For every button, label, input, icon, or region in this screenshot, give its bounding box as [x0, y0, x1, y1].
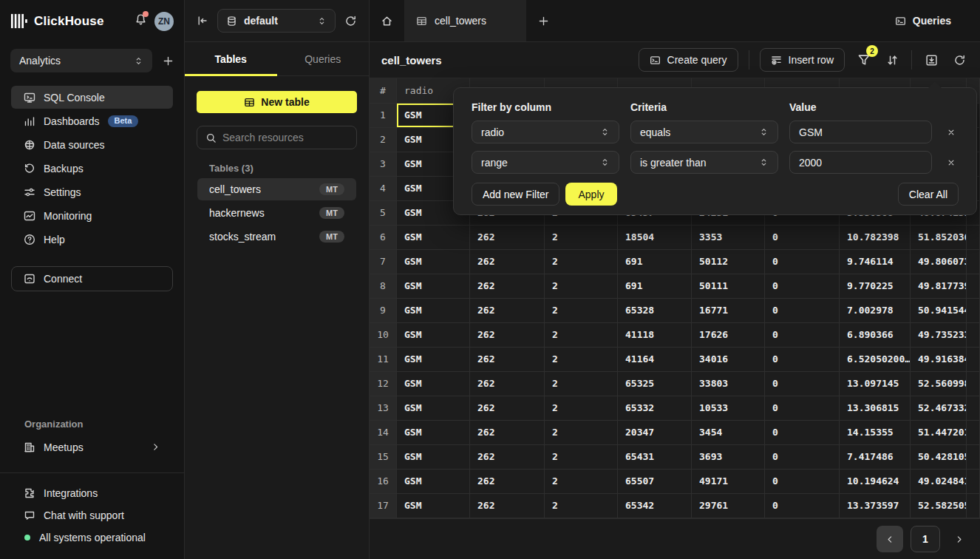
- table-cell[interactable]: 52.4673325: [911, 396, 967, 421]
- table-cell[interactable]: 262: [470, 226, 545, 250]
- filter-value-input[interactable]: [789, 151, 932, 174]
- table-cell[interactable]: 2: [545, 494, 618, 518]
- new-table-button[interactable]: New table: [197, 91, 357, 113]
- insert-row-button[interactable]: Insert row: [760, 48, 845, 72]
- table-cell[interactable]: 49.817739: [911, 274, 967, 299]
- notifications-bell-icon[interactable]: [135, 13, 147, 29]
- row-number[interactable]: 1: [370, 104, 397, 128]
- table-cell[interactable]: 262: [470, 396, 545, 421]
- table-cell[interactable]: GSM: [397, 372, 470, 396]
- filter-column-select[interactable]: radio: [472, 121, 619, 143]
- sidebar-item-chat-with-support[interactable]: Chat with support: [11, 504, 173, 526]
- table-cell[interactable]: 262: [470, 299, 545, 323]
- table-cell[interactable]: 262: [470, 274, 545, 299]
- table-cell[interactable]: 0: [765, 274, 840, 299]
- table-cell[interactable]: 2: [545, 250, 618, 274]
- table-cell[interactable]: 49.735233: [911, 323, 967, 348]
- table-cell[interactable]: GSM: [397, 445, 470, 470]
- table-cell[interactable]: 13.306815: [840, 396, 911, 421]
- row-number[interactable]: 8: [370, 274, 397, 299]
- table-cell[interactable]: 65342: [618, 494, 692, 518]
- table-cell[interactable]: 52.582505: [911, 494, 967, 518]
- table-cell[interactable]: 50112: [692, 250, 765, 274]
- table-cell[interactable]: 7.002978: [840, 299, 911, 323]
- table-cell[interactable]: GSM: [397, 396, 470, 421]
- table-cell[interactable]: 0: [765, 372, 840, 396]
- table-cell[interactable]: 9.746114: [840, 250, 911, 274]
- table-cell[interactable]: 6.52050200…: [840, 348, 911, 372]
- table-cell[interactable]: 691: [618, 250, 692, 274]
- add-service-button[interactable]: [163, 55, 174, 67]
- table-cell[interactable]: 3353: [692, 226, 765, 250]
- table-cell[interactable]: 52.560998: [911, 372, 967, 396]
- table-cell[interactable]: 50111: [692, 274, 765, 299]
- table-cell[interactable]: 41164: [618, 348, 692, 372]
- table-cell[interactable]: 18504: [618, 226, 692, 250]
- table-cell[interactable]: 262: [470, 250, 545, 274]
- remove-filter-button[interactable]: [943, 124, 959, 140]
- table-cell[interactable]: 262: [470, 323, 545, 348]
- table-cell[interactable]: 10.782398: [840, 226, 911, 250]
- next-page-button[interactable]: [947, 526, 970, 552]
- table-cell[interactable]: 33803: [692, 372, 765, 396]
- filter-button[interactable]: 2: [855, 51, 873, 69]
- table-cell[interactable]: 3454: [692, 421, 765, 445]
- table-cell[interactable]: 7.417486: [840, 445, 911, 470]
- filter-value-input[interactable]: [789, 121, 932, 143]
- table-cell[interactable]: 9.770225: [840, 274, 911, 299]
- home-button[interactable]: [370, 0, 404, 41]
- download-button[interactable]: [922, 51, 940, 69]
- table-cell[interactable]: 262: [470, 348, 545, 372]
- sidebar-item-meetups[interactable]: Meetups: [11, 436, 173, 458]
- table-cell[interactable]: 2: [545, 323, 618, 348]
- table-cell[interactable]: 3693: [692, 445, 765, 470]
- row-number[interactable]: 4: [370, 177, 397, 201]
- table-cell[interactable]: GSM: [397, 470, 470, 494]
- table-cell[interactable]: 65507: [618, 470, 692, 494]
- create-query-button[interactable]: Create query: [639, 48, 738, 72]
- table-list-item-hackernews[interactable]: hackernewsMT: [197, 202, 356, 224]
- filter-criteria-select[interactable]: equals: [630, 121, 778, 143]
- table-cell[interactable]: 0: [765, 421, 840, 445]
- table-cell[interactable]: 0: [765, 445, 840, 470]
- table-cell[interactable]: 13.373597: [840, 494, 911, 518]
- row-number[interactable]: 6: [370, 226, 397, 250]
- table-cell[interactable]: GSM: [397, 421, 470, 445]
- table-cell[interactable]: 2: [545, 226, 618, 250]
- sidebar-item-settings[interactable]: Settings: [11, 180, 173, 203]
- search-input[interactable]: [222, 132, 356, 143]
- remove-filter-button[interactable]: [943, 155, 959, 171]
- row-number[interactable]: 16: [370, 470, 397, 494]
- table-cell[interactable]: 0: [765, 348, 840, 372]
- table-cell[interactable]: 51.852036: [911, 226, 967, 250]
- row-number[interactable]: 12: [370, 372, 397, 396]
- table-cell[interactable]: 0: [765, 299, 840, 323]
- row-number[interactable]: 7: [370, 250, 397, 274]
- table-cell[interactable]: 691: [618, 274, 692, 299]
- table-cell[interactable]: 29761: [692, 494, 765, 518]
- row-number[interactable]: 11: [370, 348, 397, 372]
- table-cell[interactable]: 0: [765, 323, 840, 348]
- table-cell[interactable]: 2: [545, 396, 618, 421]
- table-cell[interactable]: 2: [545, 348, 618, 372]
- table-cell[interactable]: 2: [545, 274, 618, 299]
- avatar[interactable]: ZN: [154, 12, 174, 31]
- table-cell[interactable]: 6.890366: [840, 323, 911, 348]
- table-cell[interactable]: 0: [765, 226, 840, 250]
- table-cell[interactable]: 41118: [618, 323, 692, 348]
- row-number[interactable]: 13: [370, 396, 397, 421]
- table-cell[interactable]: 20347: [618, 421, 692, 445]
- table-cell[interactable]: 2: [545, 445, 618, 470]
- table-cell[interactable]: 262: [470, 494, 545, 518]
- table-cell[interactable]: 65332: [618, 396, 692, 421]
- sidebar-item-backups[interactable]: Backups: [11, 157, 173, 180]
- refresh-tables-button[interactable]: [344, 15, 357, 27]
- clear-all-filters-button[interactable]: Clear All: [898, 183, 959, 206]
- table-cell[interactable]: 13.097145: [840, 372, 911, 396]
- table-cell[interactable]: 51.447201: [911, 421, 967, 445]
- table-cell[interactable]: 65325: [618, 372, 692, 396]
- table-cell[interactable]: 262: [470, 445, 545, 470]
- table-cell[interactable]: 2: [545, 421, 618, 445]
- table-cell[interactable]: 262: [470, 421, 545, 445]
- sort-button[interactable]: [883, 51, 901, 69]
